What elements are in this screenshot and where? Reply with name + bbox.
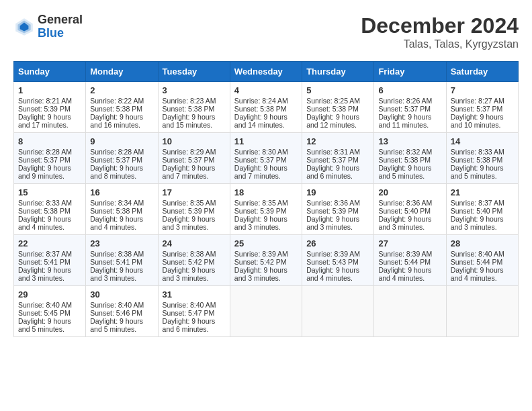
- daylight-text: Daylight: 9 hours and 6 minutes.: [306, 164, 359, 180]
- calendar-cell: 6Sunrise: 8:26 AMSunset: 5:37 PMDaylight…: [374, 82, 446, 133]
- daylight-text: Daylight: 9 hours and 15 minutes.: [163, 113, 216, 129]
- location-subtitle: Talas, Talas, Kyrgyzstan: [361, 38, 519, 50]
- day-number: 27: [378, 238, 441, 248]
- daylight-text: Daylight: 9 hours and 3 minutes.: [18, 266, 71, 282]
- calendar-cell: 16Sunrise: 8:34 AMSunset: 5:38 PMDayligh…: [86, 184, 158, 235]
- daylight-text: Daylight: 9 hours and 12 minutes.: [306, 113, 359, 129]
- daylight-text: Daylight: 9 hours and 4 minutes.: [378, 266, 431, 282]
- sunset-text: Sunset: 5:37 PM: [90, 156, 142, 164]
- sunrise-text: Sunrise: 8:32 AM: [378, 148, 432, 156]
- sunrise-text: Sunrise: 8:33 AM: [18, 199, 72, 207]
- logo-blue: Blue: [38, 27, 83, 40]
- calendar-cell: 10Sunrise: 8:29 AMSunset: 5:37 PMDayligh…: [158, 133, 230, 184]
- sunset-text: Sunset: 5:43 PM: [306, 258, 359, 266]
- day-number: 19: [306, 187, 369, 197]
- day-number: 18: [234, 187, 298, 197]
- sunset-text: Sunset: 5:37 PM: [378, 105, 431, 113]
- day-number: 20: [378, 187, 441, 197]
- day-number: 1: [18, 85, 81, 95]
- calendar-cell: 28Sunrise: 8:40 AMSunset: 5:44 PMDayligh…: [446, 235, 518, 286]
- col-sunday: Sunday: [14, 62, 86, 82]
- calendar-cell: 3Sunrise: 8:23 AMSunset: 5:38 PMDaylight…: [158, 82, 230, 133]
- daylight-text: Daylight: 9 hours and 17 minutes.: [18, 113, 71, 129]
- calendar-table: Sunday Monday Tuesday Wednesday Thursday…: [13, 61, 519, 337]
- daylight-text: Daylight: 9 hours and 4 minutes.: [90, 215, 143, 231]
- sunrise-text: Sunrise: 8:27 AM: [451, 97, 504, 105]
- sunset-text: Sunset: 5:44 PM: [378, 258, 431, 266]
- daylight-text: Daylight: 9 hours and 3 minutes.: [90, 266, 143, 282]
- sunrise-text: Sunrise: 8:22 AM: [90, 97, 144, 105]
- sunset-text: Sunset: 5:37 PM: [234, 156, 287, 164]
- calendar-cell: 9Sunrise: 8:28 AMSunset: 5:37 PMDaylight…: [86, 133, 158, 184]
- daylight-text: Daylight: 9 hours and 3 minutes.: [451, 215, 504, 231]
- sunrise-text: Sunrise: 8:40 AM: [163, 301, 216, 309]
- calendar-cell: 1Sunrise: 8:21 AMSunset: 5:39 PMDaylight…: [14, 82, 86, 133]
- sunrise-text: Sunrise: 8:39 AM: [234, 250, 288, 258]
- week-row-5: 29Sunrise: 8:40 AMSunset: 5:45 PMDayligh…: [14, 286, 519, 337]
- week-row-1: 1Sunrise: 8:21 AMSunset: 5:39 PMDaylight…: [14, 82, 519, 133]
- logo-icon: [13, 16, 35, 38]
- col-wednesday: Wednesday: [230, 62, 302, 82]
- calendar-cell: 31Sunrise: 8:40 AMSunset: 5:47 PMDayligh…: [158, 286, 230, 337]
- sunrise-text: Sunrise: 8:25 AM: [306, 97, 360, 105]
- logo-general: General: [38, 13, 83, 27]
- day-number: 13: [378, 136, 441, 146]
- calendar-cell: 2Sunrise: 8:22 AMSunset: 5:38 PMDaylight…: [86, 82, 158, 133]
- week-row-4: 22Sunrise: 8:37 AMSunset: 5:41 PMDayligh…: [14, 235, 519, 286]
- sunrise-text: Sunrise: 8:39 AM: [306, 250, 360, 258]
- daylight-text: Daylight: 9 hours and 5 minutes.: [378, 164, 431, 180]
- day-number: 26: [306, 238, 369, 248]
- day-number: 22: [18, 238, 81, 248]
- sunrise-text: Sunrise: 8:37 AM: [451, 199, 504, 207]
- day-number: 17: [163, 187, 226, 197]
- daylight-text: Daylight: 9 hours and 14 minutes.: [234, 113, 287, 129]
- sunset-text: Sunset: 5:38 PM: [18, 207, 71, 215]
- sunrise-text: Sunrise: 8:36 AM: [306, 199, 360, 207]
- day-number: 14: [451, 136, 514, 146]
- week-row-2: 8Sunrise: 8:28 AMSunset: 5:37 PMDaylight…: [14, 133, 519, 184]
- daylight-text: Daylight: 9 hours and 4 minutes.: [18, 215, 71, 231]
- sunset-text: Sunset: 5:45 PM: [18, 309, 71, 317]
- page-header: General Blue December 2024 Talas, Talas,…: [13, 13, 519, 50]
- month-year-title: December 2024: [361, 13, 519, 38]
- day-number: 5: [306, 85, 369, 95]
- sunset-text: Sunset: 5:46 PM: [90, 309, 142, 317]
- daylight-text: Daylight: 9 hours and 7 minutes.: [163, 164, 216, 180]
- sunrise-text: Sunrise: 8:40 AM: [90, 301, 144, 309]
- day-number: 3: [163, 85, 226, 95]
- day-number: 9: [90, 136, 153, 146]
- sunset-text: Sunset: 5:40 PM: [451, 207, 503, 215]
- calendar-cell: [446, 286, 518, 337]
- sunset-text: Sunset: 5:39 PM: [306, 207, 359, 215]
- col-thursday: Thursday: [302, 62, 374, 82]
- calendar-cell: 21Sunrise: 8:37 AMSunset: 5:40 PMDayligh…: [446, 184, 518, 235]
- daylight-text: Daylight: 9 hours and 4 minutes.: [451, 266, 504, 282]
- calendar-cell: 17Sunrise: 8:35 AMSunset: 5:39 PMDayligh…: [158, 184, 230, 235]
- sunset-text: Sunset: 5:37 PM: [451, 105, 503, 113]
- sunrise-text: Sunrise: 8:36 AM: [378, 199, 432, 207]
- sunset-text: Sunset: 5:42 PM: [163, 258, 215, 266]
- day-number: 21: [451, 187, 514, 197]
- calendar-cell: 22Sunrise: 8:37 AMSunset: 5:41 PMDayligh…: [14, 235, 86, 286]
- daylight-text: Daylight: 9 hours and 7 minutes.: [234, 164, 287, 180]
- sunrise-text: Sunrise: 8:38 AM: [90, 250, 144, 258]
- calendar-cell: 25Sunrise: 8:39 AMSunset: 5:42 PMDayligh…: [230, 235, 302, 286]
- sunset-text: Sunset: 5:47 PM: [163, 309, 215, 317]
- sunset-text: Sunset: 5:37 PM: [163, 156, 215, 164]
- col-saturday: Saturday: [446, 62, 518, 82]
- day-number: 7: [451, 85, 514, 95]
- daylight-text: Daylight: 9 hours and 8 minutes.: [90, 164, 143, 180]
- calendar-cell: 24Sunrise: 8:38 AMSunset: 5:42 PMDayligh…: [158, 235, 230, 286]
- sunset-text: Sunset: 5:39 PM: [163, 207, 215, 215]
- daylight-text: Daylight: 9 hours and 3 minutes.: [234, 266, 287, 282]
- daylight-text: Daylight: 9 hours and 5 minutes.: [90, 317, 143, 333]
- sunrise-text: Sunrise: 8:28 AM: [90, 148, 144, 156]
- daylight-text: Daylight: 9 hours and 3 minutes.: [234, 215, 287, 231]
- calendar-cell: 8Sunrise: 8:28 AMSunset: 5:37 PMDaylight…: [14, 133, 86, 184]
- calendar-cell: [230, 286, 302, 337]
- day-number: 30: [90, 289, 153, 300]
- sunset-text: Sunset: 5:44 PM: [451, 258, 503, 266]
- calendar-cell: 19Sunrise: 8:36 AMSunset: 5:39 PMDayligh…: [302, 184, 374, 235]
- sunrise-text: Sunrise: 8:37 AM: [18, 250, 72, 258]
- daylight-text: Daylight: 9 hours and 5 minutes.: [451, 164, 504, 180]
